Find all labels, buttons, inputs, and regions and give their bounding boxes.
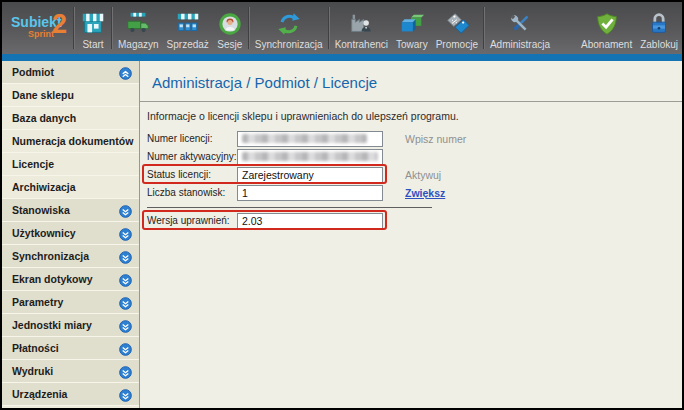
redacted-value <box>242 152 378 161</box>
sidebar-item-stanowiska[interactable]: Stanowiska <box>2 199 139 222</box>
sidebar-item-platnosci[interactable]: Płatności <box>2 337 139 360</box>
logo-version: 2 <box>52 9 67 40</box>
chevron-down-icon[interactable] <box>119 273 132 286</box>
toolbar-separator <box>328 7 330 49</box>
chevron-down-icon[interactable] <box>119 204 132 217</box>
license-form: Numer licencji: Wpisz numer Numer aktywa… <box>147 130 682 229</box>
main-toolbar: Subiekt Sprint 2 Start <box>2 2 682 54</box>
sidebar-item-dane-sklepu[interactable]: Dane sklepu <box>2 84 139 107</box>
logo-sub: Sprint <box>28 29 54 39</box>
activation-number-label: Numer aktywacyjny: <box>147 151 237 162</box>
workstation-count-field[interactable]: 1 <box>237 185 383 201</box>
heading-divider <box>140 101 682 102</box>
sidebar-item-synchronizacja[interactable]: Synchronizacja <box>2 245 139 268</box>
toolbar-item-promocje[interactable]: Promocje <box>432 2 482 54</box>
toolbar-item-start[interactable]: Start <box>76 2 110 54</box>
chevron-down-icon[interactable] <box>119 319 132 332</box>
store-sales-icon <box>175 9 201 38</box>
chevron-down-icon[interactable] <box>119 250 132 263</box>
license-status-field[interactable]: Zarejestrowany <box>237 167 383 183</box>
toolbar-separator <box>248 7 250 49</box>
toolbar-item-magazyn[interactable]: Magazyn <box>114 2 163 54</box>
chevron-down-icon[interactable] <box>119 388 132 401</box>
truck-icon <box>125 9 151 38</box>
toolbar-separator <box>111 7 113 49</box>
sidebar-item-jednostki-miary[interactable]: Jednostki miary <box>2 314 139 337</box>
toolbar-item-abonament[interactable]: Abonament <box>577 2 636 54</box>
toolbar-item-sesje[interactable]: Sesje <box>213 2 247 54</box>
intro-text: Informacje o licencji sklepu i uprawnien… <box>147 110 682 122</box>
toolbar-item-zablokuj[interactable]: Zablokuj <box>636 2 682 54</box>
sidebar-item-numeracja-dokumentow[interactable]: Numeracja dokumentów <box>2 130 139 153</box>
redacted-value <box>242 134 367 143</box>
permissions-version-row: Wersja uprawnień: 2.03 <box>147 212 682 229</box>
increase-link[interactable]: Zwiększ <box>405 187 445 199</box>
factory-icon <box>348 9 374 38</box>
sidebar-item-baza-danych[interactable]: Baza danych <box>2 107 139 130</box>
toolbar-separator <box>73 7 75 49</box>
toolbar-item-towary[interactable]: Towary <box>392 2 432 54</box>
shield-check-icon <box>594 9 620 38</box>
license-status-label: Status licencji: <box>147 169 237 180</box>
sidebar-item-ekran-dotykowy[interactable]: Ekran dotykowy <box>2 268 139 291</box>
sidebar-item-licencje[interactable]: Licencje <box>2 153 139 176</box>
price-tags-icon <box>444 9 470 38</box>
license-number-field[interactable] <box>237 131 383 147</box>
sidebar-item-parametry[interactable]: Parametry <box>2 291 139 314</box>
form-divider <box>147 207 432 208</box>
accent-strip <box>2 54 682 61</box>
activation-number-field[interactable] <box>237 149 383 165</box>
breadcrumb: Administracja / Podmiot / Licencje <box>152 74 682 91</box>
toolbar-separator <box>483 7 485 49</box>
toolbar-item-kontrahenci[interactable]: Kontrahenci <box>331 2 392 54</box>
toolbar-item-sprzedaz[interactable]: Sprzedaż <box>163 2 213 54</box>
chevron-up-icon[interactable] <box>119 66 132 79</box>
padlock-icon <box>646 9 672 38</box>
permissions-version-field[interactable]: 2.03 <box>237 213 383 229</box>
sync-arrows-icon <box>276 9 302 38</box>
session-user-icon <box>217 9 243 38</box>
tools-icon <box>507 9 533 38</box>
toolbar-item-synchronizacja[interactable]: Synchronizacja <box>251 2 327 54</box>
app-window: Subiekt Sprint 2 Start <box>0 0 684 410</box>
toolbar-item-administracja[interactable]: Administracja <box>486 2 554 54</box>
toolbar-spacer <box>554 2 577 54</box>
chevron-down-icon[interactable] <box>119 342 132 355</box>
storefront-icon <box>80 9 106 38</box>
permissions-version-label: Wersja uprawnień: <box>147 215 237 226</box>
license-number-row: Numer licencji: Wpisz numer <box>147 130 682 147</box>
chevron-down-icon[interactable] <box>119 365 132 378</box>
workstation-count-row: Liczba stanowisk: 1 Zwiększ <box>147 184 682 201</box>
license-status-row: Status licencji: Zarejestrowany Aktywuj <box>147 166 682 183</box>
sidebar: Podmiot Dane sklepu Baza danych Numeracj… <box>2 61 140 408</box>
sidebar-item-podmiot[interactable]: Podmiot <box>2 61 139 84</box>
sidebar-item-archiwizacja[interactable]: Archiwizacja <box>2 176 139 199</box>
main-content: Administracja / Podmiot / Licencje Infor… <box>140 61 682 408</box>
sidebar-item-wydruki[interactable]: Wydruki <box>2 360 139 383</box>
boxes-icon <box>399 9 425 38</box>
chevron-down-icon[interactable] <box>119 227 132 240</box>
enter-number-action[interactable]: Wpisz numer <box>405 133 466 145</box>
workstation-count-label: Liczba stanowisk: <box>147 187 237 198</box>
license-number-label: Numer licencji: <box>147 133 237 144</box>
app-logo: Subiekt Sprint 2 <box>2 2 72 54</box>
activation-number-row: Numer aktywacyjny: <box>147 148 682 165</box>
activate-action[interactable]: Aktywuj <box>405 169 441 181</box>
sidebar-item-urzadzenia[interactable]: Urządzenia <box>2 383 139 406</box>
chevron-down-icon[interactable] <box>119 296 132 309</box>
sidebar-item-uzytkownicy[interactable]: Użytkownicy <box>2 222 139 245</box>
